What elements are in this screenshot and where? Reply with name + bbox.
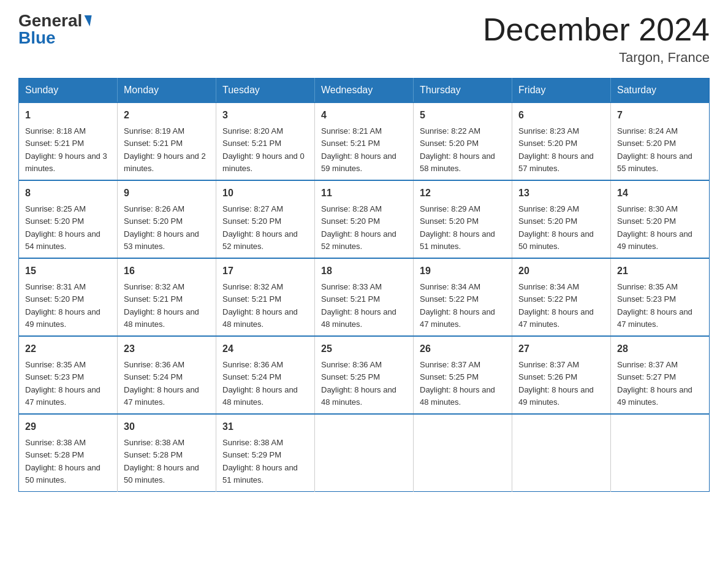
calendar-cell: 31 Sunrise: 8:38 AMSunset: 5:29 PMDaylig… — [216, 414, 315, 492]
calendar-cell — [315, 414, 414, 492]
day-info: Sunrise: 8:32 AMSunset: 5:21 PMDaylight:… — [124, 282, 199, 329]
calendar-cell: 22 Sunrise: 8:35 AMSunset: 5:23 PMDaylig… — [19, 336, 118, 414]
calendar-cell: 23 Sunrise: 8:36 AMSunset: 5:24 PMDaylig… — [118, 336, 216, 414]
page-title: December 2024 — [483, 12, 710, 47]
calendar-week-3: 15 Sunrise: 8:31 AMSunset: 5:20 PMDaylig… — [19, 258, 710, 336]
day-number: 16 — [124, 264, 210, 278]
day-number: 15 — [25, 264, 111, 278]
calendar-cell: 1 Sunrise: 8:18 AMSunset: 5:21 PMDayligh… — [19, 102, 118, 180]
day-info: Sunrise: 8:38 AMSunset: 5:28 PMDaylight:… — [124, 438, 199, 484]
day-info: Sunrise: 8:29 AMSunset: 5:20 PMDaylight:… — [420, 204, 495, 251]
day-info: Sunrise: 8:38 AMSunset: 5:29 PMDaylight:… — [222, 438, 298, 484]
day-info: Sunrise: 8:35 AMSunset: 5:23 PMDaylight:… — [617, 282, 692, 329]
day-number: 8 — [25, 186, 111, 201]
logo: General Blue — [18, 12, 91, 47]
day-number: 13 — [518, 186, 604, 201]
day-number: 11 — [321, 186, 407, 201]
calendar-cell: 30 Sunrise: 8:38 AMSunset: 5:28 PMDaylig… — [118, 414, 216, 492]
calendar-cell: 2 Sunrise: 8:19 AMSunset: 5:21 PMDayligh… — [118, 102, 216, 180]
day-info: Sunrise: 8:18 AMSunset: 5:21 PMDaylight:… — [25, 126, 107, 173]
day-number: 23 — [124, 342, 210, 356]
header-saturday: Saturday — [611, 79, 710, 103]
day-info: Sunrise: 8:26 AMSunset: 5:20 PMDaylight:… — [124, 204, 199, 251]
day-info: Sunrise: 8:27 AMSunset: 5:20 PMDaylight:… — [222, 204, 298, 251]
calendar-cell: 9 Sunrise: 8:26 AMSunset: 5:20 PMDayligh… — [118, 180, 216, 258]
day-info: Sunrise: 8:25 AMSunset: 5:20 PMDaylight:… — [25, 204, 100, 251]
title-section: December 2024 Targon, France — [483, 12, 710, 66]
day-number: 4 — [321, 108, 407, 123]
calendar-week-4: 22 Sunrise: 8:35 AMSunset: 5:23 PMDaylig… — [19, 336, 710, 414]
day-number: 12 — [420, 186, 506, 201]
day-number: 25 — [321, 342, 407, 356]
day-number: 6 — [518, 108, 604, 123]
day-info: Sunrise: 8:37 AMSunset: 5:27 PMDaylight:… — [617, 360, 692, 407]
calendar-cell: 3 Sunrise: 8:20 AMSunset: 5:21 PMDayligh… — [216, 102, 315, 180]
calendar-week-2: 8 Sunrise: 8:25 AMSunset: 5:20 PMDayligh… — [19, 180, 710, 258]
day-info: Sunrise: 8:19 AMSunset: 5:21 PMDaylight:… — [124, 126, 206, 173]
page-header: General Blue December 2024 Targon, Franc… — [18, 12, 710, 66]
day-info: Sunrise: 8:35 AMSunset: 5:23 PMDaylight:… — [25, 360, 100, 407]
day-info: Sunrise: 8:28 AMSunset: 5:20 PMDaylight:… — [321, 204, 396, 251]
day-number: 30 — [124, 419, 210, 434]
day-info: Sunrise: 8:21 AMSunset: 5:21 PMDaylight:… — [321, 126, 396, 173]
day-info: Sunrise: 8:23 AMSunset: 5:20 PMDaylight:… — [518, 126, 594, 173]
calendar-cell: 18 Sunrise: 8:33 AMSunset: 5:21 PMDaylig… — [315, 258, 414, 336]
day-info: Sunrise: 8:34 AMSunset: 5:22 PMDaylight:… — [518, 282, 594, 329]
day-number: 5 — [420, 108, 506, 123]
logo-arrow-icon — [83, 15, 92, 26]
calendar-cell: 6 Sunrise: 8:23 AMSunset: 5:20 PMDayligh… — [512, 102, 611, 180]
day-info: Sunrise: 8:24 AMSunset: 5:20 PMDaylight:… — [617, 126, 692, 173]
day-number: 1 — [25, 108, 111, 123]
calendar-cell: 20 Sunrise: 8:34 AMSunset: 5:22 PMDaylig… — [512, 258, 611, 336]
day-number: 21 — [617, 264, 703, 278]
header-sunday: Sunday — [19, 79, 118, 103]
calendar-week-5: 29 Sunrise: 8:38 AMSunset: 5:28 PMDaylig… — [19, 414, 710, 492]
day-info: Sunrise: 8:32 AMSunset: 5:21 PMDaylight:… — [222, 282, 298, 329]
day-number: 24 — [222, 342, 308, 356]
day-info: Sunrise: 8:20 AMSunset: 5:21 PMDaylight:… — [222, 126, 305, 173]
calendar-cell: 29 Sunrise: 8:38 AMSunset: 5:28 PMDaylig… — [19, 414, 118, 492]
calendar-header-row: Sunday Monday Tuesday Wednesday Thursday… — [19, 79, 710, 103]
day-number: 3 — [222, 108, 308, 123]
calendar-cell: 7 Sunrise: 8:24 AMSunset: 5:20 PMDayligh… — [611, 102, 710, 180]
day-info: Sunrise: 8:38 AMSunset: 5:28 PMDaylight:… — [25, 438, 100, 484]
day-number: 19 — [420, 264, 506, 278]
day-number: 31 — [222, 419, 308, 434]
calendar-cell: 25 Sunrise: 8:36 AMSunset: 5:25 PMDaylig… — [315, 336, 414, 414]
day-number: 14 — [617, 186, 703, 201]
calendar-cell: 26 Sunrise: 8:37 AMSunset: 5:25 PMDaylig… — [414, 336, 512, 414]
day-info: Sunrise: 8:33 AMSunset: 5:21 PMDaylight:… — [321, 282, 396, 329]
day-number: 22 — [25, 342, 111, 356]
day-info: Sunrise: 8:37 AMSunset: 5:25 PMDaylight:… — [420, 360, 495, 407]
calendar-cell: 14 Sunrise: 8:30 AMSunset: 5:20 PMDaylig… — [611, 180, 710, 258]
day-number: 17 — [222, 264, 308, 278]
day-number: 26 — [420, 342, 506, 356]
calendar-cell: 5 Sunrise: 8:22 AMSunset: 5:20 PMDayligh… — [414, 102, 512, 180]
calendar-cell: 16 Sunrise: 8:32 AMSunset: 5:21 PMDaylig… — [118, 258, 216, 336]
calendar-table: Sunday Monday Tuesday Wednesday Thursday… — [18, 78, 710, 492]
day-info: Sunrise: 8:22 AMSunset: 5:20 PMDaylight:… — [420, 126, 495, 173]
day-number: 7 — [617, 108, 703, 123]
calendar-cell: 24 Sunrise: 8:36 AMSunset: 5:24 PMDaylig… — [216, 336, 315, 414]
day-number: 20 — [518, 264, 604, 278]
header-monday: Monday — [118, 79, 216, 103]
calendar-cell: 11 Sunrise: 8:28 AMSunset: 5:20 PMDaylig… — [315, 180, 414, 258]
calendar-cell: 12 Sunrise: 8:29 AMSunset: 5:20 PMDaylig… — [414, 180, 512, 258]
calendar-cell: 10 Sunrise: 8:27 AMSunset: 5:20 PMDaylig… — [216, 180, 315, 258]
day-number: 27 — [518, 342, 604, 356]
day-number: 29 — [25, 419, 111, 434]
day-number: 10 — [222, 186, 308, 201]
calendar-cell: 8 Sunrise: 8:25 AMSunset: 5:20 PMDayligh… — [19, 180, 118, 258]
calendar-cell: 28 Sunrise: 8:37 AMSunset: 5:27 PMDaylig… — [611, 336, 710, 414]
day-number: 28 — [617, 342, 703, 356]
calendar-cell: 21 Sunrise: 8:35 AMSunset: 5:23 PMDaylig… — [611, 258, 710, 336]
logo-general: General — [18, 12, 82, 29]
calendar-cell: 27 Sunrise: 8:37 AMSunset: 5:26 PMDaylig… — [512, 336, 611, 414]
day-number: 18 — [321, 264, 407, 278]
page-subtitle: Targon, France — [483, 50, 710, 66]
calendar-cell — [611, 414, 710, 492]
calendar-cell: 13 Sunrise: 8:29 AMSunset: 5:20 PMDaylig… — [512, 180, 611, 258]
calendar-cell: 4 Sunrise: 8:21 AMSunset: 5:21 PMDayligh… — [315, 102, 414, 180]
header-tuesday: Tuesday — [216, 79, 315, 103]
day-info: Sunrise: 8:36 AMSunset: 5:24 PMDaylight:… — [124, 360, 199, 407]
